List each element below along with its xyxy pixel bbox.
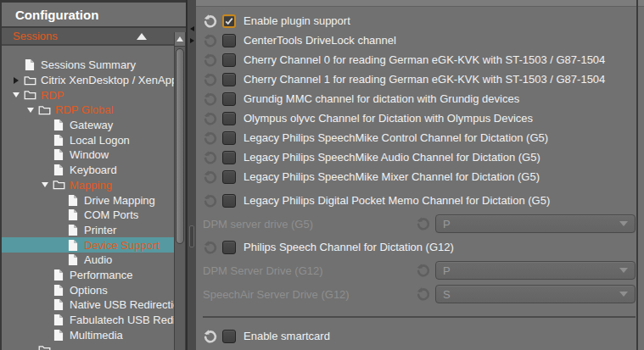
tree-item[interactable] [2,342,174,350]
collapsed-arrow-icon[interactable] [8,77,23,84]
collapse-right-icon[interactable] [190,38,194,43]
page-icon [66,253,80,266]
dropdown-row-dpm-server-drive-g5: DPM server drive (G5)P [203,213,636,235]
scroll-up-button[interactable] [175,32,185,47]
tree-item-label: RDP [41,89,64,102]
reset-to-default-icon[interactable] [203,72,218,87]
tree-item-com-ports[interactable]: COM Ports [2,208,174,223]
sidebar: Configuration Sessions Sessions SummaryC… [0,0,186,350]
checkbox[interactable] [222,131,236,145]
tree-item-audio[interactable]: Audio [2,253,174,268]
checkbox[interactable] [222,241,236,254]
reset-to-default-icon[interactable] [203,329,218,344]
checkbox-label: Philips Speech Channel for Dictation (G1… [244,241,454,253]
tree-item-drive-mapping[interactable]: Drive Mapping [2,192,174,208]
checkbox-label: Legacy Philips Digital Pocket Memo Chann… [244,194,550,207]
reset-to-default-icon[interactable] [203,53,218,68]
page-icon [52,148,65,161]
dropdown-arrow-icon [619,292,628,297]
splitter-grip[interactable] [189,225,194,247]
dropdown-value: P [443,264,451,277]
settings-panel: Enable plugin supportCenterTools DriveLo… [196,0,644,350]
checkbox-row-philips-speech-channel-for-dictation-g12: Philips Speech Channel for Dictation (G1… [203,237,636,257]
dropdown[interactable]: P [435,214,636,233]
expanded-arrow-icon[interactable] [23,108,37,113]
tree-item-native-usb-redirection[interactable]: Native USB Redirection [2,297,174,313]
folder-icon [37,345,51,350]
page-icon [23,58,36,71]
tree-item-fabulatech-usb-redirection[interactable]: Fabulatech USB Redirection [2,313,174,328]
tree-item-citrix-xendesktop-xenapp[interactable]: Citrix XenDesktop / XenApp [2,73,174,88]
tree-item-mapping[interactable]: Mapping [2,178,174,193]
tree-item-performance[interactable]: Performance [2,268,174,283]
checkbox[interactable] [222,330,236,343]
sessions-section-header[interactable]: Sessions [2,28,186,46]
checkbox[interactable] [222,170,236,184]
reset-to-default-icon[interactable] [203,131,218,146]
checkbox-row-cherry-channel-1-for-reading-german-egk-kvk-with-st-1503-g87-1504: Cherry Channel 1 for reading German eGK-… [203,69,636,89]
page-icon [66,239,80,252]
checkbox[interactable] [222,194,236,208]
tree-item-options[interactable]: Options [2,282,174,297]
page-icon [52,134,65,147]
reset-to-default-icon[interactable] [203,150,218,165]
expanded-arrow-icon[interactable] [8,92,23,97]
reset-to-default-icon[interactable] [203,169,218,185]
tree-item-keyboard[interactable]: Keyboard [2,163,174,178]
page-icon [52,119,65,131]
checkbox[interactable] [222,14,236,28]
tree-item-rdp-global[interactable]: RDP Global [2,103,174,118]
scrollbar-thumb[interactable] [176,48,184,244]
splitter[interactable] [186,0,196,350]
tree-item-device-support[interactable]: Device Support [2,237,174,253]
checkbox-label: Olympus olyvc Channel for Dictation with… [244,112,533,125]
reset-to-default-icon[interactable] [203,33,218,48]
tree-item-gateway[interactable]: Gateway [2,118,174,133]
checkbox-row-olympus-olyvc-channel-for-dictation-with-olympus-devices: Olympus olyvc Channel for Dictation with… [203,108,636,128]
reset-to-default-icon[interactable] [416,263,431,278]
reset-to-default-icon[interactable] [203,240,218,255]
tree-item-label: Printer [84,224,116,236]
reset-to-default-icon[interactable] [203,14,218,29]
checkbox[interactable] [222,53,236,67]
tree-item-sessions-summary[interactable]: Sessions Summary [2,58,174,73]
dropdown-arrow-icon [619,268,628,273]
tree-item-label: Drive Mapping [84,194,155,207]
dropdown-row-speechair-server-drive-g12: SpeechAir Server Drive (G12)S [203,283,636,305]
collapse-left-icon[interactable] [190,26,194,31]
reset-to-default-icon[interactable] [203,193,218,208]
expanded-arrow-icon[interactable] [37,182,52,187]
dropdown[interactable]: S [435,285,636,303]
tree-item-label: Local Logon [70,134,130,147]
collapse-up-icon[interactable] [137,33,147,40]
tree: Sessions SummaryCitrix XenDesktop / XenA… [2,47,174,350]
checkbox[interactable] [222,151,236,164]
dropdown-label: DPM server drive (G5) [203,218,416,231]
checkbox[interactable] [222,73,236,86]
page-icon [52,164,65,176]
dropdown[interactable]: P [435,261,636,280]
checkbox[interactable] [222,112,236,125]
tree-item-label: Native USB Redirection [70,298,174,311]
checkbox-label: Cherry Channel 0 for reading German eGK-… [244,53,605,66]
reset-to-default-icon[interactable] [416,286,431,302]
tree-item-label: Multimedia [70,329,123,342]
reset-to-default-icon[interactable] [416,216,431,231]
tree-item-window[interactable]: Window [2,147,174,163]
checkbox[interactable] [222,34,236,47]
reset-to-default-icon[interactable] [203,92,218,107]
checkbox[interactable] [222,92,236,106]
tree-item-printer[interactable]: Printer [2,223,174,238]
page-icon [52,314,65,326]
sidebar-scrollbar[interactable] [174,32,186,350]
dropdown-arrow-icon [619,221,628,226]
reset-to-default-icon[interactable] [203,111,218,126]
page-icon [66,208,80,221]
tree-item-local-logon[interactable]: Local Logon [2,132,174,147]
tree-item-label: Sessions Summary [41,58,136,71]
tree-item-label: Options [70,284,108,297]
page-title: Configuration [2,3,186,28]
tree-item-multimedia[interactable]: Multimedia [2,327,174,342]
checkbox-label: Legacy Philips SpeechMike Control Channe… [244,131,548,144]
tree-item-rdp[interactable]: RDP [2,87,174,103]
